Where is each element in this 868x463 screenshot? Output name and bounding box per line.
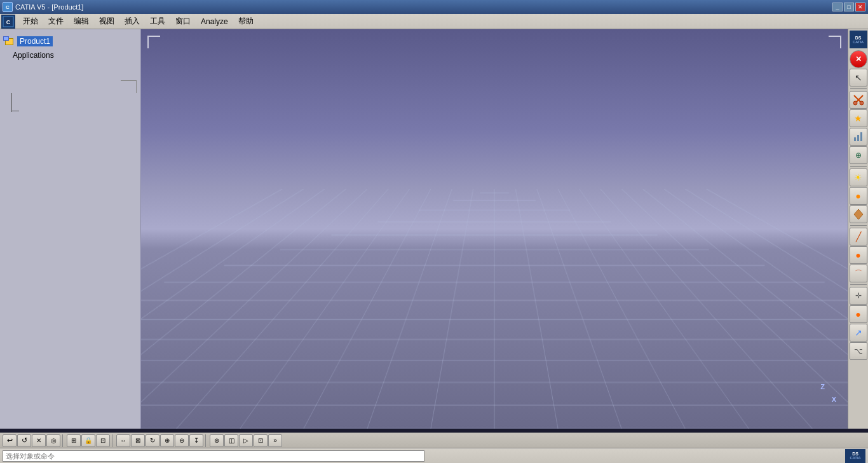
tool-link[interactable]: ⌥: [850, 342, 867, 360]
zoom-out-btn[interactable]: ⊖: [175, 434, 189, 447]
product-label: Product1: [17, 36, 53, 46]
svg-marker-9: [854, 209, 863, 219]
tree-connector-horizontal: [11, 111, 19, 111]
svg-point-4: [853, 101, 857, 105]
status-bar: DS CATIA: [0, 448, 868, 463]
zoom-in-btn[interactable]: ⊕: [160, 434, 174, 447]
tool-star[interactable]: ★: [850, 109, 867, 127]
tool-circle-plus[interactable]: ⊕: [850, 146, 867, 164]
record-btn[interactable]: ◎: [46, 434, 60, 447]
snap-btn[interactable]: ⊡: [96, 434, 110, 447]
title-bar: C CATIA V5 - [Product1] _ □ ✕: [0, 0, 868, 14]
tool-crosshair[interactable]: ✛: [850, 287, 867, 305]
toolbar-separator: [850, 88, 867, 89]
menu-insert[interactable]: 插入: [119, 15, 145, 28]
svg-text:C: C: [6, 19, 11, 25]
toolbar-separator-2: [850, 166, 867, 167]
title-bar-controls: _ □ ✕: [832, 3, 865, 11]
menu-window[interactable]: 窗口: [170, 15, 196, 28]
ds-label: DS: [852, 452, 858, 456]
svg-point-5: [860, 101, 864, 105]
menu-edit[interactable]: 编辑: [69, 15, 94, 28]
minimize-button[interactable]: _: [832, 3, 843, 11]
menu-file[interactable]: 文件: [43, 15, 69, 28]
toolbar-sep-3: [205, 434, 208, 447]
tool-sphere[interactable]: ●: [850, 187, 867, 205]
toolbar-sep-1: [62, 434, 65, 447]
tool-orange-dot[interactable]: ●: [850, 305, 867, 323]
title-bar-text: CATIA V5 - [Product1]: [15, 3, 83, 11]
svg-rect-8: [860, 132, 862, 141]
command-input[interactable]: [3, 450, 424, 462]
maximize-button[interactable]: □: [844, 3, 854, 11]
tool-light[interactable]: ☀: [850, 169, 867, 186]
ds-bottom-logo: DS CATIA: [845, 449, 865, 463]
toolbar-separator-4: [850, 284, 867, 285]
view-btn[interactable]: ⊠: [131, 434, 145, 447]
menu-tools[interactable]: 工具: [145, 15, 170, 28]
fit-btn[interactable]: ↔: [116, 434, 130, 447]
axis-x-label: X: [832, 396, 836, 403]
title-bar-left: C CATIA V5 - [Product1]: [3, 2, 83, 12]
main-layout: Product1 Applications Z X DS CATIA ✕ ↖: [0, 29, 868, 429]
product-icon: [3, 36, 15, 47]
ds-logo-top: DS CATIA: [850, 31, 867, 48]
grid-canvas: [141, 189, 848, 429]
axis-z-label: Z: [820, 383, 825, 390]
tree-bracket: [121, 80, 137, 93]
render2-btn[interactable]: ◫: [224, 434, 238, 447]
svg-rect-6: [854, 137, 856, 141]
tool-cut[interactable]: [850, 91, 867, 109]
bottom-toolbar: ↩ ↺ ✕ ◎ ⊞ 🔒 ⊡ ↔ ⊠ ↻ ⊕ ⊖ ↧ ⊛ ◫ ▷ ⊡ »: [0, 432, 868, 448]
right-toolbar: DS CATIA ✕ ↖ ★ ⊕ ☀ ● ╱ ● ⌒ ✛ ● ↗ ⌥: [848, 29, 868, 429]
rotate-btn[interactable]: ↻: [146, 434, 159, 447]
catia-logo: C: [1, 15, 15, 29]
render4-btn[interactable]: ⊡: [254, 434, 268, 447]
svg-rect-7: [857, 135, 859, 141]
viewport-bracket-top-right: [829, 36, 841, 48]
applications-label: Applications: [13, 51, 54, 60]
tool-circle-orange[interactable]: ●: [850, 246, 867, 264]
catia-label: CATIA: [850, 456, 860, 460]
toolbar-sep-2: [112, 434, 114, 447]
redo-button[interactable]: ↺: [17, 434, 31, 447]
lock-btn[interactable]: 🔒: [81, 434, 95, 447]
menu-analyze[interactable]: Analyze: [196, 16, 233, 27]
menu-help[interactable]: 帮助: [233, 15, 259, 28]
applications-node[interactable]: Applications: [10, 50, 140, 61]
menu-start[interactable]: 开始: [18, 15, 43, 28]
grid-btn[interactable]: ⊞: [67, 434, 81, 447]
undo-button[interactable]: ↩: [3, 434, 17, 447]
menu-bar: C 开始 文件 编辑 视图 插入 工具 窗口 Analyze 帮助: [0, 14, 868, 29]
viewport-bracket-top-left: [147, 36, 160, 48]
tool-chart[interactable]: [850, 128, 867, 146]
more-btn[interactable]: »: [268, 434, 282, 447]
viewport-3d[interactable]: Z X: [141, 29, 848, 429]
render3-btn[interactable]: ▷: [239, 434, 253, 447]
menu-view[interactable]: 视图: [94, 15, 119, 28]
stop-button[interactable]: ✕: [850, 50, 867, 68]
tool-line-connect[interactable]: ⌒: [850, 265, 867, 282]
product-node[interactable]: Product1: [0, 34, 140, 48]
tool-line-diagonal[interactable]: ╱: [850, 228, 867, 245]
toolbar-separator-3: [850, 225, 867, 226]
left-panel: Product1 Applications: [0, 29, 141, 429]
close-button[interactable]: ✕: [855, 3, 865, 11]
tool-paint[interactable]: [850, 205, 867, 223]
stop-btn[interactable]: ✕: [32, 434, 46, 447]
tool-arrow-up[interactable]: ↗: [850, 324, 867, 342]
select-button[interactable]: ↖: [850, 69, 867, 86]
pan-btn[interactable]: ↧: [189, 434, 203, 447]
render1-btn[interactable]: ⊛: [210, 434, 224, 447]
tree-connector-vertical: [11, 93, 12, 112]
catia-icon: C: [3, 2, 13, 12]
